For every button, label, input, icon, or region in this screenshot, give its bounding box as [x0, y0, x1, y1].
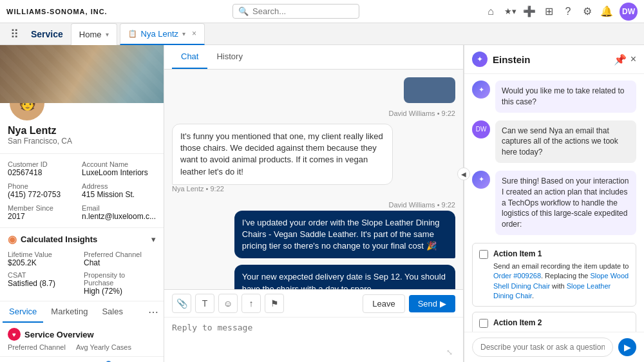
- einstein-body: ✦ Would you like me to take related to t…: [464, 74, 644, 332]
- insights-expand-icon[interactable]: ▾: [151, 234, 156, 244]
- member-since-group: Member Since 2017: [8, 204, 77, 221]
- attach-button[interactable]: 📎: [172, 294, 191, 313]
- einstein-input[interactable]: [472, 338, 613, 357]
- action-2-title: Action Item 2: [493, 318, 629, 329]
- favorites-icon[interactable]: ★▾: [504, 5, 516, 18]
- home-tab-dropdown-icon[interactable]: ▾: [106, 31, 109, 38]
- customer-id-group: Customer ID 02567418: [8, 160, 77, 177]
- action-1-order-link[interactable]: Order #009268: [493, 272, 541, 280]
- reply-box: ⤡: [164, 317, 463, 362]
- phone-value: (415) 772-0753: [8, 190, 77, 199]
- phone-group: Phone (415) 772-0753: [8, 182, 77, 199]
- action-1-text-1: Send an email recording the item update …: [493, 262, 629, 270]
- flag-button[interactable]: ⚑: [265, 294, 284, 313]
- format-button[interactable]: T: [195, 294, 214, 313]
- action-1-checkbox[interactable]: [479, 250, 488, 259]
- top-nav: WILLIAMS-SONOMA, INC. 🔍 ⌂ ★▾ ➕ ⊞ ? ⚙ 🔔 D…: [0, 0, 644, 23]
- email-group: Email n.lentz@luxeloom.c...: [82, 204, 156, 221]
- user-msg-1: DW Can we send Nya an email that capture…: [472, 120, 636, 163]
- action-item-1: Action Item 1 Send an email recording th…: [472, 243, 636, 307]
- propensity-item: Propensity to Purchase High (72%): [84, 271, 156, 296]
- heart-icon: ♥: [8, 328, 21, 341]
- customer-tab[interactable]: 📋 Nya Lentz ▾ ×: [120, 23, 205, 45]
- grid-nav-icon[interactable]: ⊞: [542, 5, 555, 18]
- preferred-channel-label: Preferred Channel: [84, 251, 156, 258]
- preferred-channel-item: Preferred Channel Chat: [84, 251, 156, 267]
- app-launcher-button[interactable]: ⠿: [5, 25, 23, 43]
- einstein-pin-button[interactable]: 📌: [614, 53, 627, 66]
- bell-icon[interactable]: 🔔: [600, 5, 613, 18]
- phone-label: Phone: [8, 182, 77, 190]
- csat-item: CSAT Satisfied (8.7): [8, 271, 80, 296]
- send-arrow-icon: ▶: [440, 299, 446, 309]
- user-avatar-small: DW: [472, 120, 490, 138]
- email-value: n.lentz@luxeloom.c...: [82, 212, 156, 221]
- einstein-title: Einstein: [493, 54, 609, 65]
- status-bar: Omni-Channel (Online) 👤 Resources: [0, 356, 164, 362]
- service-overview-title: ♥ Service Overview: [8, 328, 156, 341]
- action-items-list: Action Item 1 Send an email recording th…: [472, 243, 636, 332]
- message-3-bubble: Your new expected delivery date is Sep 1…: [234, 265, 455, 289]
- user-msg-1-text: Can we send Nya an email that captures a…: [495, 120, 636, 163]
- address-label: Address: [82, 182, 156, 190]
- customer-details-grid: Customer ID 02567418 Account Name LuxeLo…: [0, 153, 164, 227]
- customer-id-label: Customer ID: [8, 160, 77, 168]
- sales-sub-tab[interactable]: Sales: [95, 301, 129, 323]
- customer-tab-label: Nya Lentz: [141, 29, 179, 39]
- chat-panel: Chat History David Williams • 9:22 It's …: [164, 45, 464, 362]
- left-panel: 🧑 Nya Lentz San Francisco, CA Customer I…: [0, 45, 164, 362]
- einstein-msg-1: ✦ Would you like me to take related to t…: [472, 81, 636, 113]
- history-tab[interactable]: History: [207, 45, 251, 69]
- member-since-label: Member Since: [8, 204, 77, 212]
- search-bar[interactable]: 🔍: [232, 4, 359, 19]
- message-2-meta: David Williams • 9:22: [389, 201, 456, 209]
- agent-meta-1: David Williams • 9:22: [172, 110, 455, 117]
- insights-title: ◉ Calculated Insights: [8, 233, 97, 245]
- propensity-label: Propensity to Purchase: [84, 271, 156, 287]
- insights-icon: ◉: [8, 233, 17, 245]
- marketing-sub-tab[interactable]: Marketing: [44, 301, 94, 323]
- lifetime-value-item: Lifetime Value $205.2K: [8, 251, 80, 267]
- customer-tab-close-icon[interactable]: ×: [192, 29, 196, 38]
- service-overview-section: ♥ Service Overview Preferred Channel Avg…: [0, 323, 164, 356]
- user-avatar[interactable]: DW: [620, 3, 638, 21]
- chat-toolbar: 📎 T ☺ ↑ ⚑ Leave Send ▶: [164, 289, 463, 317]
- chat-tab[interactable]: Chat: [172, 45, 207, 69]
- chat-tabs: Chat History: [164, 45, 463, 70]
- image-bubble: [404, 77, 455, 103]
- home-tab[interactable]: Home ▾: [71, 23, 117, 45]
- service-sub-tab[interactable]: Service: [3, 301, 43, 323]
- add-icon[interactable]: ➕: [523, 5, 536, 18]
- message-3: Your new expected delivery date is Sep 1…: [172, 265, 455, 289]
- einstein-msg-2-text: Sure thing! Based on your interaction I …: [495, 171, 636, 235]
- einstein-send-button[interactable]: ▶: [618, 338, 636, 356]
- home-nav-icon[interactable]: ⌂: [484, 5, 497, 18]
- einstein-logo-icon: ✦: [472, 52, 488, 67]
- csat-label: CSAT: [8, 271, 80, 279]
- leave-button[interactable]: Leave: [363, 294, 404, 313]
- einstein-close-button[interactable]: ×: [630, 53, 636, 65]
- collapse-button[interactable]: ◀: [457, 167, 470, 180]
- customer-tab-dropdown-icon[interactable]: ▾: [182, 30, 185, 37]
- einstein-panel: ✦ Einstein 📌 × ✦ Would you like me to ta…: [464, 45, 644, 362]
- search-input[interactable]: [252, 6, 353, 16]
- overview-columns: Preferred Channel Avg Yearly Cases: [8, 343, 156, 351]
- reply-input[interactable]: [172, 323, 455, 346]
- left-panel-tabs: Service Marketing Sales ⋯: [0, 301, 164, 323]
- emoji-button[interactable]: ☺: [218, 294, 238, 313]
- einstein-msg-2: ✦ Sure thing! Based on your interaction …: [472, 171, 636, 235]
- account-name-value: LuxeLoom Interiors: [82, 168, 156, 177]
- member-since-value: 2017: [8, 212, 77, 221]
- settings-icon[interactable]: ⚙: [581, 5, 594, 18]
- more-tabs-button[interactable]: ⋯: [146, 303, 161, 321]
- action-2-checkbox[interactable]: [479, 319, 488, 328]
- main-layout: 🧑 Nya Lentz San Francisco, CA Customer I…: [0, 45, 644, 362]
- action-1-text-4: .: [532, 292, 534, 300]
- einstein-avatar-1: ✦: [472, 81, 490, 99]
- send-button[interactable]: Send ▶: [409, 295, 455, 312]
- address-group: Address 415 Mission St.: [82, 182, 156, 199]
- transfer-button[interactable]: ↑: [242, 294, 261, 313]
- csat-value: Satisfied (8.7): [8, 279, 80, 288]
- help-icon[interactable]: ?: [562, 5, 574, 18]
- action-item-2: Action Item 2 Order #009268 is a large-s…: [472, 312, 636, 332]
